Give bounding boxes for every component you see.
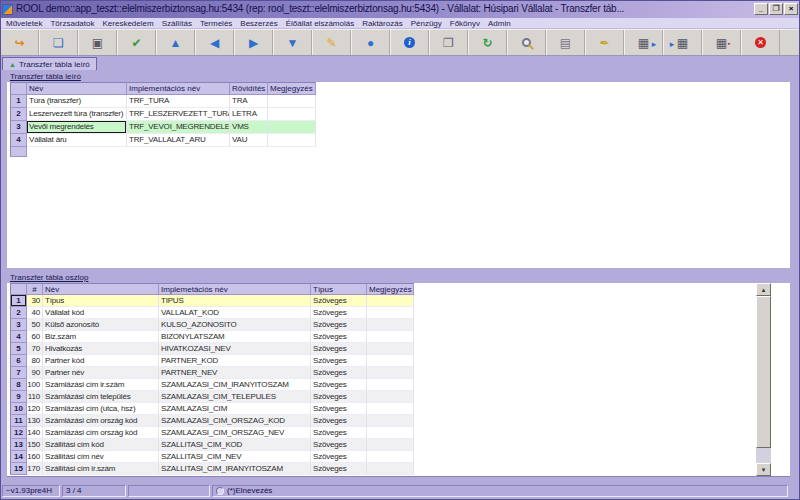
- save-button[interactable]: ▣: [78, 30, 117, 55]
- cell-nev[interactable]: Hivatkozás: [43, 343, 159, 355]
- row-number[interactable]: 8: [10, 379, 27, 391]
- cell-tipus[interactable]: Szöveges: [311, 439, 367, 451]
- grid1-col-nev[interactable]: Név: [27, 82, 127, 95]
- search-button[interactable]: [507, 30, 546, 55]
- row-number[interactable]: 5: [10, 343, 27, 355]
- row-number[interactable]: 3: [10, 319, 27, 331]
- cell-tipus[interactable]: Szöveges: [311, 391, 367, 403]
- table-row[interactable]: 9 110 Számlázási cím település SZAMLAZAS…: [10, 391, 414, 403]
- grid1-col-megjegyzes[interactable]: Megjegyzés: [268, 82, 316, 95]
- minimize-button[interactable]: _: [754, 3, 768, 15]
- row-number[interactable]: 1: [10, 95, 27, 108]
- table-edit-button[interactable]: ▦: [702, 30, 741, 55]
- cell-impl[interactable]: TIPUS: [159, 295, 311, 307]
- row-number[interactable]: 4: [10, 331, 27, 343]
- cell-tipus[interactable]: Szöveges: [311, 295, 367, 307]
- row-number[interactable]: 7: [10, 367, 27, 379]
- cell-impl[interactable]: SZALLITASI_CIM_NEV: [159, 451, 311, 463]
- cell-rovidites[interactable]: VMS: [230, 121, 268, 134]
- cell-megjegyzes[interactable]: [367, 427, 414, 439]
- scroll-thumb[interactable]: [756, 296, 771, 448]
- table-row-current[interactable]: 1 30 Típus TIPUS Szöveges: [10, 295, 414, 307]
- row-number[interactable]: 3: [10, 121, 27, 134]
- cancel-button[interactable]: ✕: [741, 30, 780, 55]
- cell-megjegyzes[interactable]: [367, 355, 414, 367]
- cell-nev[interactable]: Szállítási cím ir.szám: [43, 463, 159, 475]
- cell-sorszam[interactable]: 120: [27, 403, 43, 415]
- cell-impl[interactable]: KULSO_AZONOSITO: [159, 319, 311, 331]
- cell-impl[interactable]: TRF_VALLALAT_ARU: [127, 134, 230, 147]
- cell-nev[interactable]: Számlázási cím (utca, hsz): [43, 403, 159, 415]
- cell-sorszam[interactable]: 140: [27, 427, 43, 439]
- cell-rovidites[interactable]: VAU: [230, 134, 268, 147]
- cell-sorszam[interactable]: 50: [27, 319, 43, 331]
- cell-megjegyzes[interactable]: [367, 391, 414, 403]
- cell-sorszam[interactable]: 30: [27, 295, 43, 307]
- cell-megjegyzes[interactable]: [367, 439, 414, 451]
- cell-megjegyzes[interactable]: [367, 451, 414, 463]
- grid1-col-rovidites[interactable]: Rövidítés: [230, 82, 268, 95]
- row-number[interactable]: 10: [10, 403, 27, 415]
- row-number[interactable]: 6: [10, 355, 27, 367]
- grid1-col-impl[interactable]: Implementációs név: [127, 82, 230, 95]
- cell-megjegyzes[interactable]: [268, 108, 316, 121]
- cell-nev[interactable]: Számlázási cím ország kód: [43, 415, 159, 427]
- cell-impl[interactable]: TRF_TURA: [127, 95, 230, 108]
- cell-tipus[interactable]: Szöveges: [311, 367, 367, 379]
- cell-impl[interactable]: VALLALAT_KOD: [159, 307, 311, 319]
- cell-nev[interactable]: Szállítási cím kód: [43, 439, 159, 451]
- menu-eloallat-elszamolas[interactable]: Élőállat elszámolás: [282, 19, 358, 28]
- cell-nev[interactable]: Leszervezett túra (transzfer): [27, 108, 127, 121]
- row-number[interactable]: 1: [10, 295, 27, 307]
- row-number[interactable]: 11: [10, 415, 27, 427]
- menu-torzsadatok[interactable]: Törzsadatok: [46, 19, 98, 28]
- cell-sorszam[interactable]: 130: [27, 415, 43, 427]
- cell-nev[interactable]: Szállítási cím név: [43, 451, 159, 463]
- tab-transzfer-tabla-leiro[interactable]: ▲ Transzfer tábla leíró: [2, 57, 97, 70]
- cell-nev[interactable]: Túra (transzfer): [27, 95, 127, 108]
- cell-impl[interactable]: BIZONYLATSZAM: [159, 331, 311, 343]
- menu-penzugy[interactable]: Pénzügy: [407, 19, 446, 28]
- cell-rovidites[interactable]: LETRA: [230, 108, 268, 121]
- row-number[interactable]: 14: [10, 451, 27, 463]
- cell-impl[interactable]: SZAMLAZASI_CIM_ORSZAG_NEV: [159, 427, 311, 439]
- cell-tipus[interactable]: Szöveges: [311, 319, 367, 331]
- row-number[interactable]: 2: [10, 307, 27, 319]
- stamp-button[interactable]: ✒: [585, 30, 624, 55]
- grid2-col-sorszam[interactable]: #: [27, 283, 43, 295]
- row-number[interactable]: 13: [10, 439, 27, 451]
- menu-termeles[interactable]: Termelés: [196, 19, 236, 28]
- vertical-scrollbar[interactable]: ▴ ▾: [756, 283, 771, 476]
- table-row[interactable]: 14 160 Szállítási cím név SZALLITASI_CIM…: [10, 451, 414, 463]
- row-number[interactable]: 12: [10, 427, 27, 439]
- cell-impl[interactable]: TRF_LESZERVEZETT_TURA: [127, 108, 230, 121]
- prev-record-button[interactable]: ◀: [195, 30, 234, 55]
- cell-megjegyzes[interactable]: [367, 295, 414, 307]
- cell-nev[interactable]: Biz.szám: [43, 331, 159, 343]
- cell-tipus[interactable]: Szöveges: [311, 343, 367, 355]
- next-record-button[interactable]: ▶: [234, 30, 273, 55]
- cell-nev[interactable]: Számlázási cím település: [43, 391, 159, 403]
- row-number[interactable]: 9: [10, 391, 27, 403]
- cell-sorszam[interactable]: 160: [27, 451, 43, 463]
- scroll-up-icon[interactable]: ▴: [756, 283, 771, 296]
- cell-sorszam[interactable]: 60: [27, 331, 43, 343]
- cell-tipus[interactable]: Szöveges: [311, 355, 367, 367]
- cell-rovidites[interactable]: TRA: [230, 95, 268, 108]
- edit-button[interactable]: ✎: [312, 30, 351, 55]
- menu-szallitas[interactable]: Szállítás: [158, 19, 196, 28]
- cell-sorszam[interactable]: 80: [27, 355, 43, 367]
- cell-nev[interactable]: Típus: [43, 295, 159, 307]
- table-row[interactable]: 2 40 Vállalat kód VALLALAT_KOD Szöveges: [10, 307, 414, 319]
- cell-impl[interactable]: HIVATKOZASI_NEV: [159, 343, 311, 355]
- table-import-button[interactable]: ▦: [663, 30, 702, 55]
- table-row[interactable]: 5 70 Hivatkozás HIVATKOZASI_NEV Szöveges: [10, 343, 414, 355]
- grid2-col-impl[interactable]: Implemetációs név: [159, 283, 311, 295]
- table-button[interactable]: ▤: [546, 30, 585, 55]
- info-button[interactable]: i: [390, 30, 429, 55]
- commit-button[interactable]: ✔: [117, 30, 156, 55]
- cell-tipus[interactable]: Szöveges: [311, 427, 367, 439]
- table-row[interactable]: 8 100 Számlázási cím ir.szám SZAMLAZASI_…: [10, 379, 414, 391]
- cell-sorszam[interactable]: 110: [27, 391, 43, 403]
- cell-tipus[interactable]: Szöveges: [311, 331, 367, 343]
